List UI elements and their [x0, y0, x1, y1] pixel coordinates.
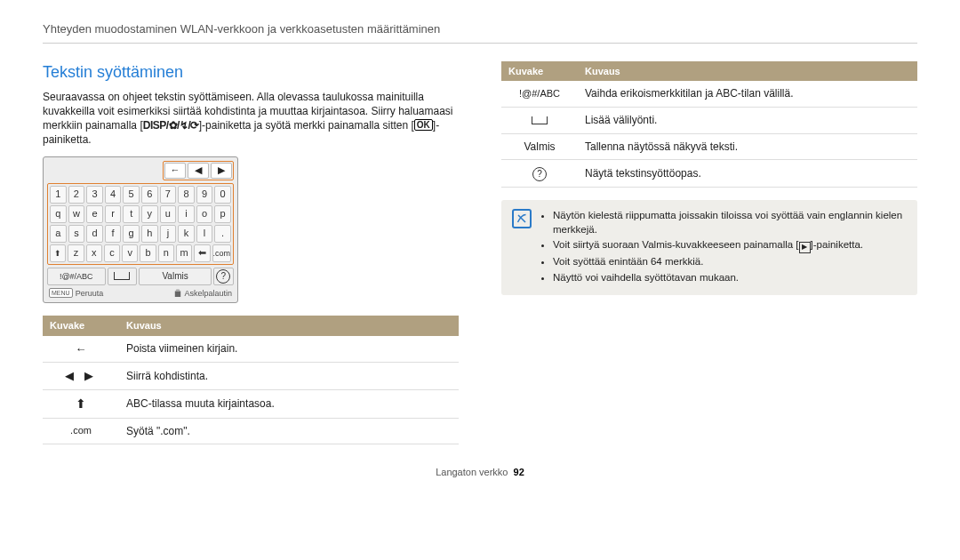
ok-button-icon: OK [414, 119, 433, 131]
shift-key[interactable]: ⬆ [50, 244, 66, 262]
note-item: Voit syöttää enintään 64 merkkiä. [553, 255, 907, 269]
key-i[interactable]: i [178, 205, 195, 223]
icon-dotcom: .com [43, 418, 119, 444]
key-t[interactable]: t [123, 205, 140, 223]
mode-toggle-key[interactable]: !@#/ABC [47, 268, 106, 285]
intro-paragraph: Seuraavassa on ohjeet tekstin syöttämise… [43, 90, 459, 148]
desc-backspace: Poista viimeinen kirjain. [119, 336, 459, 363]
icon-backspace: ← [43, 336, 119, 363]
desc-mode-toggle: Vaihda erikoismerkkitilan ja ABC-tilan v… [578, 81, 917, 107]
table-row: ⬆ ABC-tilassa muuta kirjaintasoa. [43, 389, 459, 418]
table-row: Valmis Tallenna näytössä näkyvä teksti. [501, 134, 917, 160]
desc-shift: ABC-tilassa muuta kirjaintasoa. [119, 389, 459, 418]
help-icon: ? [216, 269, 230, 284]
backspace-hint: Askelpalautin [174, 288, 232, 299]
desc-cursors: Siirrä kohdistinta. [119, 363, 459, 390]
trash-icon [174, 289, 181, 298]
icon-space [501, 107, 578, 134]
key-3[interactable]: 3 [86, 186, 103, 204]
help-icon: ? [532, 167, 547, 181]
key-s[interactable]: s [68, 225, 85, 243]
key-d[interactable]: d [86, 225, 103, 243]
key-z[interactable]: z [68, 244, 84, 262]
table-row: .com Syötä ".com". [43, 418, 459, 444]
key-o[interactable]: o [196, 205, 213, 223]
cancel-hint: MENUPeruuta [49, 288, 103, 299]
key-j[interactable]: j [160, 225, 177, 243]
keyboard-footer: MENUPeruuta Askelpalautin [47, 288, 234, 299]
table-row: !@#/ABC Vaihda erikoismerkkitilan ja ABC… [501, 81, 917, 107]
key-4[interactable]: 4 [105, 186, 122, 204]
th-icon: Kuvake [43, 316, 119, 336]
keyboard-nav-row: ← ◀ ▶ [47, 161, 234, 180]
key-dot[interactable]: . [214, 225, 231, 243]
th-icon: Kuvake [501, 61, 578, 82]
key-0[interactable]: 0 [214, 186, 231, 204]
key-a[interactable]: a [50, 225, 67, 243]
note-item: Voit siirtyä suoraan Valmis-kuvakkeeseen… [553, 238, 907, 253]
dotcom-key[interactable]: .com [212, 244, 232, 262]
backspace-key-2[interactable]: ⬅ [194, 244, 210, 262]
section-heading: Tekstin syöttäminen [43, 61, 459, 83]
key-q[interactable]: q [50, 205, 67, 223]
key-v[interactable]: v [122, 244, 138, 262]
note-item: Näyttö voi vaihdella syöttötavan mukaan. [553, 271, 907, 285]
key-1[interactable]: 1 [50, 186, 67, 204]
key-p[interactable]: p [214, 205, 231, 223]
key-h[interactable]: h [141, 225, 158, 243]
menu-pill-icon: MENU [49, 288, 73, 298]
key-6[interactable]: 6 [141, 186, 158, 204]
key-l[interactable]: l [196, 225, 213, 243]
note-list: Näytön kielestä riippumatta joissakin ti… [540, 209, 907, 286]
key-w[interactable]: w [68, 205, 85, 223]
page-header: Yhteyden muodostaminen WLAN-verkkoon ja … [43, 21, 917, 44]
left-column: Tekstin syöttäminen Seuraavassa on ohjee… [43, 61, 459, 452]
desc-space: Lisää välilyönti. [578, 107, 917, 134]
space-icon [532, 116, 548, 124]
key-7[interactable]: 7 [160, 186, 177, 204]
key-9[interactable]: 9 [196, 186, 213, 204]
icon-help: ? [501, 160, 578, 188]
key-2[interactable]: 2 [68, 186, 85, 204]
valmis-inline: Valmis [642, 239, 672, 250]
icon-done: Valmis [501, 134, 578, 160]
note-icon [512, 209, 532, 228]
key-g[interactable]: g [123, 225, 140, 243]
key-k[interactable]: k [178, 225, 195, 243]
key-f[interactable]: f [105, 225, 122, 243]
page-footer: Langaton verkko 92 [43, 466, 917, 479]
key-5[interactable]: 5 [123, 186, 140, 204]
done-key[interactable]: Valmis [139, 268, 211, 285]
icon-shift: ⬆ [43, 389, 119, 418]
th-desc: Kuvaus [578, 61, 917, 82]
key-r[interactable]: r [105, 205, 122, 223]
cursor-left-key[interactable]: ◀ [188, 163, 209, 179]
intro-text-2: ]-painiketta ja syötä merkki painamalla … [199, 119, 414, 132]
th-desc: Kuvaus [119, 316, 459, 336]
key-x[interactable]: x [86, 244, 102, 262]
key-8[interactable]: 8 [178, 186, 195, 204]
space-icon [114, 272, 130, 280]
table-row: ◀ ▶ Siirrä kohdistinta. [43, 363, 459, 390]
icon-table-right: Kuvake Kuvaus !@#/ABC Vaihda erikoismerk… [501, 61, 917, 188]
key-b[interactable]: b [140, 244, 156, 262]
icon-table-left: Kuvake Kuvaus ← Poista viimeinen kirjain… [43, 316, 459, 444]
key-m[interactable]: m [176, 244, 192, 262]
cursor-right-key[interactable]: ▶ [211, 163, 232, 179]
key-c[interactable]: c [104, 244, 120, 262]
key-n[interactable]: n [158, 244, 174, 262]
desc-dotcom: Syötä ".com". [119, 418, 459, 444]
icon-mode-toggle: !@#/ABC [501, 81, 578, 107]
key-u[interactable]: u [160, 205, 177, 223]
key-e[interactable]: e [86, 205, 103, 223]
space-key[interactable] [108, 268, 138, 285]
key-y[interactable]: y [141, 205, 158, 223]
right-column: Kuvake Kuvaus !@#/ABC Vaihda erikoismerk… [501, 61, 917, 452]
backspace-key[interactable]: ← [164, 163, 186, 179]
help-key[interactable]: ? [213, 268, 234, 285]
desc-help: Näytä tekstinsyöttöopas. [578, 160, 917, 188]
play-icon: ▶ [799, 242, 811, 253]
page-number: 92 [514, 467, 524, 477]
footer-label: Langaton verkko [436, 467, 508, 477]
disp-icon: DISP/✿/↯/⟳ [143, 119, 199, 132]
